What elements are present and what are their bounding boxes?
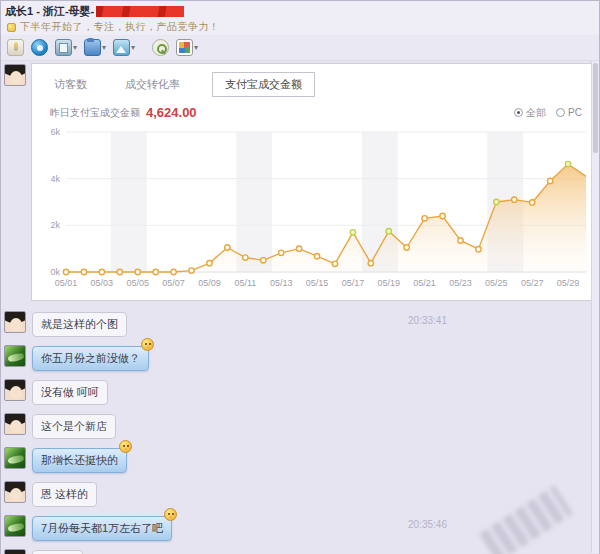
message-bubble[interactable]: 那增长还挺快的: [32, 448, 127, 473]
avatar[interactable]: [4, 447, 26, 469]
svg-text:05/25: 05/25: [485, 278, 508, 288]
svg-text:05/01: 05/01: [55, 278, 78, 288]
chat-window: 成长1 - 浙江-母婴- 下半年开始了，专注，执行，产品竞争力！ ▾ ▾ ▾ ▾…: [0, 0, 600, 554]
smiley-emoji-icon: [119, 440, 132, 453]
message-text: 7月份每天都1万左右了吧: [41, 522, 163, 534]
sales-chart: 0k2k4k6k05/0105/0305/0505/0705/0905/1105…: [34, 124, 594, 302]
window-title: 成长1 - 浙江-母婴-: [5, 4, 94, 19]
apps-dropdown-caret[interactable]: ▾: [194, 44, 198, 52]
scrollbar-thumb[interactable]: [593, 63, 598, 153]
svg-text:05/13: 05/13: [270, 278, 293, 288]
send-image-dropdown-caret[interactable]: ▾: [131, 44, 135, 52]
avatar[interactable]: [4, 379, 26, 401]
message-bubble[interactable]: 恩是的: [32, 550, 83, 554]
message-row: 没有做 呵呵: [1, 375, 593, 409]
smiley-emoji-icon: [141, 338, 154, 351]
message-bubble[interactable]: 你五月份之前没做？: [32, 346, 149, 371]
message-text: 这个是个新店: [41, 420, 107, 432]
message-text: 没有做 呵呵: [41, 386, 99, 398]
screenshot-dropdown-caret[interactable]: ▾: [73, 44, 77, 52]
message-timestamp: 20:33:41: [408, 315, 447, 326]
message-text: 你五月份之前没做？: [41, 352, 140, 364]
device-filter-radio[interactable]: 全部: [514, 106, 546, 120]
avatar[interactable]: [4, 481, 26, 503]
device-filters: 全部PC: [514, 106, 582, 120]
group-announcement: 下半年开始了，专注，执行，产品竞争力！: [1, 19, 599, 35]
svg-text:05/29: 05/29: [557, 278, 580, 288]
send-file-icon[interactable]: [84, 39, 101, 56]
analytics-tab-0[interactable]: 访客数: [48, 73, 93, 96]
smiley-emoji-icon: [164, 508, 177, 521]
radio-icon[interactable]: [514, 108, 523, 117]
svg-text:05/15: 05/15: [306, 278, 329, 288]
svg-text:2k: 2k: [50, 220, 60, 230]
device-filter-radio[interactable]: PC: [556, 107, 582, 118]
analytics-card: 访客数成交转化率支付宝成交金额 昨日支付宝成交金额 4,624.00 全部PC …: [31, 63, 597, 301]
redacted-title-block: [96, 6, 184, 17]
svg-text:4k: 4k: [50, 174, 60, 184]
analytics-tab-1[interactable]: 成交转化率: [119, 73, 186, 96]
svg-text:05/11: 05/11: [234, 278, 256, 288]
message-row: 恩 这样的: [1, 477, 593, 511]
send-file-dropdown-caret[interactable]: ▾: [102, 44, 106, 52]
message-timestamp: 20:35:46: [408, 519, 447, 530]
avatar[interactable]: [4, 413, 26, 435]
svg-text:05/17: 05/17: [342, 278, 365, 288]
svg-text:05/09: 05/09: [198, 278, 221, 288]
search-icon[interactable]: [152, 39, 169, 56]
svg-text:05/07: 05/07: [162, 278, 185, 288]
screenshot-icon[interactable]: [55, 39, 72, 56]
message-text: 就是这样的个图: [41, 318, 118, 330]
announcement-icon: [7, 23, 16, 32]
svg-text:6k: 6k: [50, 127, 60, 137]
avatar[interactable]: [4, 515, 26, 537]
title-bar: 成长1 - 浙江-母婴-: [1, 1, 599, 19]
svg-text:05/27: 05/27: [521, 278, 544, 288]
chat-message-area: 访客数成交转化率支付宝成交金额 昨日支付宝成交金额 4,624.00 全部PC …: [1, 61, 599, 554]
message-bubble[interactable]: 恩 这样的: [32, 482, 97, 507]
analytics-tabs: 访客数成交转化率支付宝成交金额: [32, 64, 596, 97]
vertical-scrollbar[interactable]: [591, 61, 599, 553]
chat-toolbar: ▾ ▾ ▾ ▾: [1, 35, 599, 61]
message-row: 这个是个新店: [1, 409, 593, 443]
svg-text:0k: 0k: [50, 267, 60, 277]
wand-icon[interactable]: [7, 39, 24, 56]
message-text: 恩 这样的: [41, 488, 88, 500]
message-bubble[interactable]: 7月份每天都1万左右了吧: [32, 516, 172, 541]
svg-text:05/23: 05/23: [449, 278, 472, 288]
message-bubble[interactable]: 就是这样的个图: [32, 312, 127, 337]
avatar[interactable]: [4, 64, 26, 86]
avatar[interactable]: [4, 345, 26, 367]
message-row: 你五月份之前没做？: [1, 341, 593, 375]
message-row: 就是这样的个图 20:33:41: [1, 307, 593, 341]
stat-value: 4,624.00: [146, 105, 197, 120]
svg-text:05/19: 05/19: [377, 278, 400, 288]
apps-icon[interactable]: [176, 39, 193, 56]
analytics-tab-2[interactable]: 支付宝成交金额: [212, 72, 315, 97]
voice-icon[interactable]: [31, 39, 48, 56]
stat-label: 昨日支付宝成交金额: [50, 106, 140, 120]
avatar[interactable]: [4, 549, 26, 554]
announcement-text: 下半年开始了，专注，执行，产品竞争力！: [20, 20, 220, 34]
svg-text:05/21: 05/21: [413, 278, 436, 288]
message-text: 那增长还挺快的: [41, 454, 118, 466]
message-bubble[interactable]: 这个是个新店: [32, 414, 116, 439]
message-row: 那增长还挺快的: [1, 443, 593, 477]
svg-text:05/05: 05/05: [126, 278, 149, 288]
avatar[interactable]: [4, 311, 26, 333]
message-bubble[interactable]: 没有做 呵呵: [32, 380, 108, 405]
svg-text:05/03: 05/03: [91, 278, 114, 288]
radio-icon[interactable]: [556, 108, 565, 117]
send-image-icon[interactable]: [113, 39, 130, 56]
